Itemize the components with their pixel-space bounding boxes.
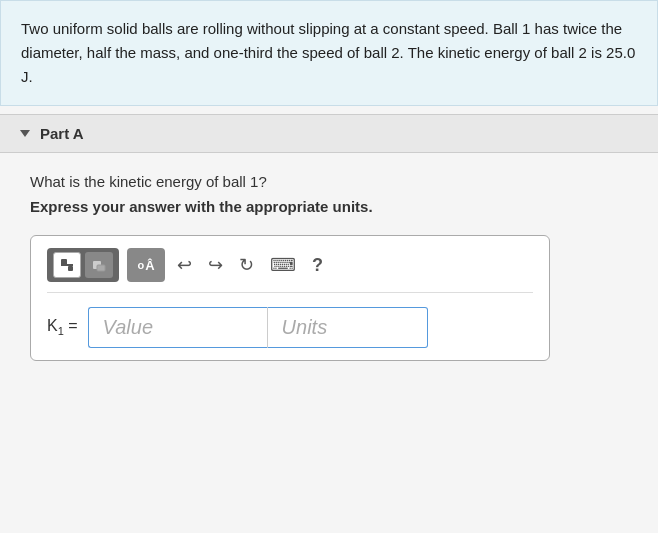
question-text: What is the kinetic energy of ball 1? [30, 173, 628, 190]
toolbar-template-group [47, 248, 119, 282]
part-content: What is the kinetic energy of ball 1? Ex… [0, 153, 658, 391]
answer-box: oÂ ↩ ↪ ↻ ⌨ [30, 235, 550, 361]
chevron-down-icon [20, 130, 30, 137]
part-section: Part A What is the kinetic energy of bal… [0, 114, 658, 533]
refresh-button[interactable]: ↻ [235, 252, 258, 278]
template-icon-2 [91, 257, 107, 273]
units-input[interactable] [268, 307, 428, 348]
page-container: Two uniform solid balls are rolling with… [0, 0, 658, 533]
redo-icon: ↪ [208, 254, 223, 276]
refresh-icon: ↻ [239, 254, 254, 276]
redo-button[interactable]: ↪ [204, 252, 227, 278]
undo-button[interactable]: ↩ [173, 252, 196, 278]
toolbar-aa-button[interactable]: oÂ [127, 248, 165, 282]
part-label: Part A [40, 125, 84, 142]
undo-icon: ↩ [177, 254, 192, 276]
aa-label: o [137, 259, 144, 271]
instruction-text: Express your answer with the appropriate… [30, 198, 628, 215]
part-header[interactable]: Part A [0, 114, 658, 153]
variable-label: K1 = [47, 317, 78, 337]
keyboard-icon: ⌨ [270, 254, 296, 276]
problem-text: Two uniform solid balls are rolling with… [21, 20, 635, 85]
variable-subscript: 1 [58, 326, 64, 338]
toolbar: oÂ ↩ ↪ ↻ ⌨ [47, 248, 533, 293]
template-icon-box-1[interactable] [53, 252, 81, 278]
template-icon [59, 257, 75, 273]
input-row: K1 = [47, 307, 533, 348]
svg-rect-2 [61, 264, 73, 266]
svg-rect-1 [68, 266, 73, 271]
aa-text: Â [145, 258, 154, 273]
template-icon-box-2[interactable] [85, 252, 113, 278]
problem-statement: Two uniform solid balls are rolling with… [0, 0, 658, 106]
keyboard-button[interactable]: ⌨ [266, 252, 300, 278]
help-icon: ? [312, 255, 323, 276]
value-input[interactable] [88, 307, 268, 348]
svg-rect-4 [97, 265, 105, 271]
help-button[interactable]: ? [308, 253, 327, 278]
